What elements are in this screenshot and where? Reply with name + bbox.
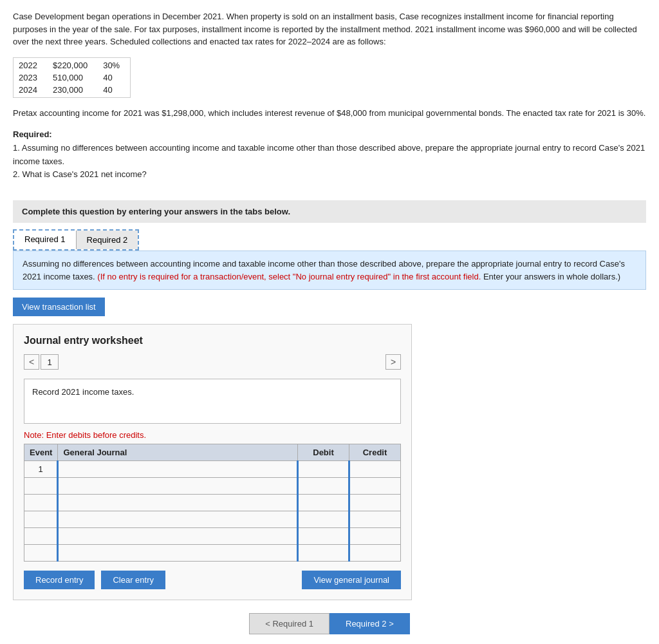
required-section: Required: 1. Assuming no differences bet… [13, 128, 646, 182]
instruction-text2-suffix: Enter your answers in whole dollars.) [483, 272, 620, 281]
journal-gj-cell[interactable] [58, 461, 298, 478]
journal-event-cell [24, 511, 58, 528]
bottom-next-button[interactable]: Required 2 > [330, 613, 410, 634]
page-number: 1 [41, 354, 59, 370]
gj-input[interactable] [59, 461, 297, 477]
note-text: Note: Enter debits before credits. [24, 430, 401, 440]
record-entry-button[interactable]: Record entry [24, 571, 95, 589]
journal-gj-cell[interactable] [58, 545, 298, 562]
journal-debit-cell[interactable] [298, 495, 349, 511]
debit-input[interactable] [299, 528, 348, 544]
debit-input[interactable] [299, 478, 348, 494]
instruction-box: Assuming no differences between accounti… [13, 251, 646, 290]
bottom-nav: < Required 1 Required 2 > [13, 613, 646, 634]
nav-row: < 1 > [24, 354, 401, 370]
worksheet-title: Journal entry worksheet [24, 335, 401, 346]
debit-input[interactable] [299, 511, 348, 527]
next-page-button[interactable]: > [385, 354, 401, 370]
bottom-prev-button[interactable]: < Required 1 [249, 613, 330, 634]
col-event: Event [24, 444, 58, 461]
tab-required1[interactable]: Required 1 [14, 231, 76, 249]
journal-debit-cell[interactable] [298, 528, 349, 545]
credit-input[interactable] [350, 461, 400, 477]
credit-input[interactable] [350, 545, 400, 561]
journal-credit-cell[interactable] [349, 461, 401, 478]
required-item1: 1. Assuming no differences between accou… [13, 143, 645, 166]
worksheet-box: Journal entry worksheet < 1 > Record 202… [13, 324, 412, 600]
journal-credit-cell[interactable] [349, 545, 401, 562]
table-row [24, 528, 401, 545]
journal-credit-cell[interactable] [349, 528, 401, 545]
tab-required2[interactable]: Required 2 [77, 231, 138, 249]
gj-input[interactable] [59, 511, 297, 527]
credit-input[interactable] [350, 478, 400, 494]
journal-event-cell [24, 528, 58, 545]
credit-input[interactable] [350, 528, 400, 544]
journal-credit-cell[interactable] [349, 478, 401, 495]
journal-debit-cell[interactable] [298, 478, 349, 495]
action-buttons: Record entry Clear entry View general jo… [24, 571, 401, 589]
table-row [24, 478, 401, 495]
clear-entry-button[interactable]: Clear entry [101, 571, 165, 589]
pretax-text: Pretax accounting income for 2021 was $1… [13, 107, 646, 120]
table-row: 1 [24, 461, 401, 478]
gj-input[interactable] [59, 528, 297, 544]
table-row: 2024230,00040 [14, 84, 131, 98]
complete-box: Complete this question by entering your … [13, 200, 646, 223]
journal-event-cell [24, 545, 58, 562]
intro-paragraph: Case Development began operations in Dec… [13, 10, 646, 48]
credit-input[interactable] [350, 511, 400, 527]
debit-input[interactable] [299, 545, 348, 561]
debit-input[interactable] [299, 495, 348, 511]
journal-event-cell [24, 478, 58, 495]
table-row: 2022$220,00030% [14, 57, 131, 71]
col-general-journal: General Journal [58, 444, 298, 461]
credit-input[interactable] [350, 495, 400, 511]
tax-table: 2022$220,00030%2023510,000402024230,0004… [13, 57, 131, 98]
description-box: Record 2021 income taxes. [24, 379, 401, 424]
instruction-highlight: (If no entry is required for a transacti… [97, 272, 481, 281]
table-row [24, 511, 401, 528]
debit-input[interactable] [299, 461, 348, 477]
journal-event-cell: 1 [24, 461, 58, 478]
view-general-journal-button[interactable]: View general journal [302, 571, 401, 589]
tabs-container: Required 1 Required 2 [13, 229, 139, 251]
table-row [24, 495, 401, 511]
view-transaction-list-button[interactable]: View transaction list [13, 298, 105, 316]
table-row [24, 545, 401, 562]
gj-input[interactable] [59, 478, 297, 494]
journal-gj-cell[interactable] [58, 528, 298, 545]
journal-debit-cell[interactable] [298, 545, 349, 562]
journal-gj-cell[interactable] [58, 478, 298, 495]
required-item2: 2. What is Case's 2021 net income? [13, 169, 147, 179]
journal-credit-cell[interactable] [349, 511, 401, 528]
gj-input[interactable] [59, 495, 297, 511]
prev-page-button[interactable]: < [24, 354, 39, 370]
journal-debit-cell[interactable] [298, 511, 349, 528]
journal-gj-cell[interactable] [58, 495, 298, 511]
tabs-row: Required 1 Required 2 [14, 231, 138, 249]
journal-event-cell [24, 495, 58, 511]
journal-debit-cell[interactable] [298, 461, 349, 478]
col-debit: Debit [298, 444, 349, 461]
required-header: Required: [13, 129, 52, 139]
journal-credit-cell[interactable] [349, 495, 401, 511]
table-row: 2023510,00040 [14, 71, 131, 84]
col-credit: Credit [349, 444, 401, 461]
journal-gj-cell[interactable] [58, 511, 298, 528]
journal-table: Event General Journal Debit Credit 1 [24, 444, 401, 562]
gj-input[interactable] [59, 545, 297, 561]
